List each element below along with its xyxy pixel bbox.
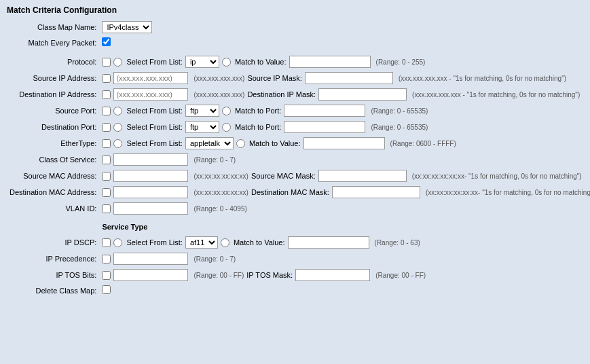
ip-dscp-checkbox[interactable]: [102, 238, 111, 247]
source-ip-mask-label: Source IP Mask:: [247, 74, 302, 82]
protocol-list-radio[interactable]: [113, 58, 122, 67]
vlan-id-label: VLAN ID:: [7, 200, 99, 217]
source-port-list-radio[interactable]: [113, 107, 122, 115]
dest-port-list-select[interactable]: ftp http https smtp: [185, 121, 219, 133]
protocol-label: Protocol:: [7, 54, 99, 70]
vlan-id-group: (Range: 0 - 4095): [102, 202, 590, 215]
ip-tos-mask-label: IP TOS Mask:: [246, 271, 293, 279]
service-type-title: Service Type: [102, 219, 590, 232]
class-map-name-select[interactable]: IPv4class: [102, 21, 152, 33]
dest-port-value-input[interactable]: [284, 121, 365, 133]
ip-tos-group: (Range: 00 - FF) IP TOS Mask: (Range: 00…: [102, 269, 590, 281]
class-map-name-row: Class Map Name: IPv4class: [7, 19, 590, 35]
source-mac-checkbox[interactable]: [102, 172, 111, 181]
ip-tos-mask-hint: (Range: 00 - FF): [375, 272, 426, 279]
ethertype-value-radio[interactable]: [236, 139, 245, 148]
source-mac-row: Source MAC Address: (xx:xx:xx:xx:xx:xx) …: [7, 168, 590, 184]
ip-precedence-group: (Range: 0 - 7): [102, 253, 590, 265]
source-port-row: Source Port: Select From List: ftp http …: [7, 103, 590, 119]
source-ip-checkbox[interactable]: [102, 74, 111, 83]
protocol-row: Protocol: Select From List: ip tcp udp i…: [7, 54, 590, 70]
vlan-id-checkbox[interactable]: [102, 204, 111, 213]
protocol-value-radio[interactable]: [222, 58, 231, 67]
dest-ip-group: (xxx.xxx.xxx.xxx) Destination IP Mask: (…: [102, 88, 590, 101]
ethertype-value-input[interactable]: [303, 137, 385, 149]
source-port-value-input[interactable]: [284, 105, 365, 117]
delete-class-map-label: Delete Class Map:: [7, 283, 99, 297]
source-mac-group: (xx:xx:xx:xx:xx:xx) Source MAC Mask: (xx…: [102, 170, 590, 182]
source-ip-group: (xxx.xxx.xxx.xxx) Source IP Mask: (xxx.x…: [102, 72, 590, 84]
vlan-id-input[interactable]: [113, 202, 188, 215]
protocol-value-label: Match to Value:: [235, 58, 287, 66]
protocol-group: Select From List: ip tcp udp icmp Match …: [102, 56, 590, 68]
class-of-service-group: (Range: 0 - 7): [102, 153, 590, 166]
ethertype-group: Select From List: appletalk arp ipv4 ipv…: [102, 137, 590, 149]
source-ip-input[interactable]: [113, 72, 188, 84]
ip-tos-mask-input[interactable]: [295, 269, 370, 281]
class-of-service-input[interactable]: [113, 153, 188, 166]
dest-port-list-radio[interactable]: [113, 123, 122, 132]
dest-port-list-label: Select From List:: [126, 123, 183, 131]
dest-ip-input[interactable]: [113, 88, 188, 101]
ethertype-list-radio[interactable]: [113, 139, 122, 148]
source-port-list-label: Select From List:: [126, 107, 183, 115]
class-of-service-checkbox[interactable]: [102, 156, 111, 164]
source-mac-label: Source MAC Address:: [7, 168, 99, 184]
dest-port-value-radio[interactable]: [222, 123, 231, 132]
dest-mac-placeholder: (xx:xx:xx:xx:xx:xx): [193, 189, 248, 196]
source-mac-input[interactable]: [113, 170, 188, 182]
dest-mac-label: Destination MAC Address:: [7, 184, 99, 200]
source-mac-mask-hint: (xx:xx:xx:xx:xx:xx- "1s for matching, 0s…: [412, 172, 582, 180]
protocol-list-select[interactable]: ip tcp udp icmp: [185, 56, 219, 68]
class-map-name-label: Class Map Name:: [7, 19, 99, 35]
source-ip-mask-input[interactable]: [305, 72, 393, 84]
dest-ip-row: Destination IP Address: (xxx.xxx.xxx.xxx…: [7, 86, 590, 103]
ethertype-range: (Range: 0600 - FFFF): [390, 140, 456, 147]
dest-mac-mask-input[interactable]: [332, 186, 420, 198]
source-port-value-radio[interactable]: [222, 107, 231, 115]
service-type-header-row: Service Type: [7, 217, 590, 234]
dest-port-group: Select From List: ftp http https smtp Ma…: [102, 121, 590, 133]
dest-ip-checkbox[interactable]: [102, 90, 111, 99]
ip-dscp-group: Select From List: af11 af12 af13 af21 ef…: [102, 236, 590, 249]
class-map-name-group: IPv4class: [102, 21, 590, 33]
protocol-value-input[interactable]: [289, 56, 371, 68]
protocol-checkbox[interactable]: [102, 58, 111, 67]
source-ip-placeholder: (xxx.xxx.xxx.xxx): [193, 75, 244, 82]
form-table: Class Map Name: IPv4class Match Every Pa…: [7, 19, 590, 297]
source-port-value-label: Match to Port:: [235, 107, 281, 115]
ip-precedence-range: (Range: 0 - 7): [193, 255, 236, 263]
ip-dscp-row: IP DSCP: Select From List: af11 af12 af1…: [7, 234, 590, 251]
dest-mac-checkbox[interactable]: [102, 188, 111, 197]
ip-tos-checkbox[interactable]: [102, 271, 111, 280]
ip-dscp-list-label: Select From List:: [126, 238, 183, 247]
dest-port-checkbox[interactable]: [102, 123, 111, 132]
ip-tos-input[interactable]: [113, 269, 188, 281]
delete-class-map-checkbox[interactable]: [102, 285, 111, 294]
dest-mac-mask-label: Destination MAC Mask:: [251, 188, 329, 196]
source-port-checkbox[interactable]: [102, 107, 111, 115]
dest-ip-mask-input[interactable]: [318, 88, 407, 101]
ip-dscp-list-select[interactable]: af11 af12 af13 af21 ef: [185, 236, 218, 249]
ip-dscp-value-radio[interactable]: [221, 238, 229, 247]
protocol-range: (Range: 0 - 255): [376, 58, 426, 66]
ip-dscp-list-radio[interactable]: [113, 238, 122, 247]
match-every-row: Match Every Packet:: [7, 35, 590, 50]
ip-tos-placeholder: (Range: 00 - FF): [193, 272, 244, 279]
protocol-list-label: Select From List:: [126, 58, 183, 66]
ip-precedence-checkbox[interactable]: [102, 255, 111, 263]
ethertype-list-select[interactable]: appletalk arp ipv4 ipv6: [185, 137, 234, 149]
ethertype-checkbox[interactable]: [102, 139, 111, 148]
match-every-label: Match Every Packet:: [7, 35, 99, 50]
ip-dscp-label: IP DSCP:: [7, 234, 99, 251]
vlan-id-range: (Range: 0 - 4095): [193, 205, 246, 213]
dest-mac-group: (xx:xx:xx:xx:xx:xx) Destination MAC Mask…: [102, 186, 590, 198]
source-mac-mask-input[interactable]: [318, 170, 407, 182]
dest-mac-input[interactable]: [113, 186, 188, 198]
source-port-label: Source Port:: [7, 103, 99, 119]
ip-precedence-input[interactable]: [113, 253, 188, 265]
vlan-id-row: VLAN ID: (Range: 0 - 4095): [7, 200, 590, 217]
match-every-checkbox[interactable]: [102, 37, 111, 46]
ip-dscp-value-input[interactable]: [288, 236, 369, 249]
source-port-list-select[interactable]: ftp http https smtp: [185, 105, 219, 117]
